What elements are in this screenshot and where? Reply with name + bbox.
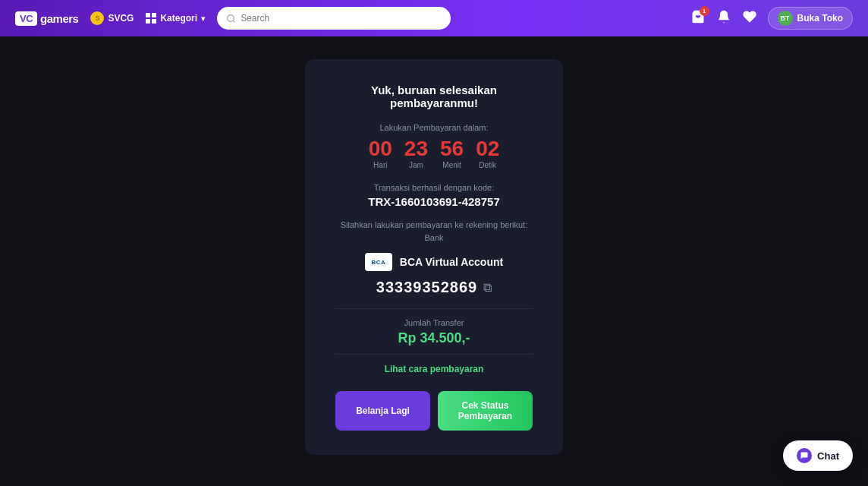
- chat-icon: [797, 448, 812, 463]
- cart-icon-wrap[interactable]: 1: [690, 9, 706, 27]
- message-icon: [800, 451, 809, 460]
- bell-icon: [716, 9, 731, 24]
- payment-card: Yuk, buruan selesaikan pembayaranmu! Lak…: [305, 59, 563, 455]
- svcg-badge[interactable]: S SVCG: [90, 11, 134, 25]
- chevron-down-icon: ▾: [201, 14, 205, 23]
- bca-logo: BCA: [365, 253, 392, 271]
- search-input[interactable]: [241, 13, 442, 24]
- account-row: 33339352869 ⧉: [376, 279, 492, 296]
- timer-menit: 56 Menit: [440, 138, 464, 169]
- kategori-label: Kategori: [160, 13, 197, 24]
- transfer-amount: Rp 34.500,-: [398, 330, 470, 346]
- timer-menit-label: Menit: [442, 161, 461, 169]
- divider-2: [335, 354, 533, 355]
- account-number: 33339352869: [376, 279, 477, 296]
- nav-icons: 1 BT Buka Toko: [690, 7, 853, 30]
- timer-jam-label: Jam: [409, 161, 423, 169]
- trx-code: TRX-1660103691-428757: [368, 195, 499, 208]
- cart-badge: 1: [700, 6, 709, 16]
- btn-row: Belanja Lagi Cek Status Pembayaran: [335, 391, 533, 431]
- payment-info-line1: Silahkan lakukan pembayaran ke rekening …: [341, 219, 527, 232]
- timer-detik-value: 02: [476, 138, 499, 159]
- svcg-coin-icon: S: [90, 11, 104, 25]
- logo-text: gamers: [40, 12, 78, 25]
- timer-menit-value: 56: [440, 138, 464, 159]
- main-content: Yuk, buruan selesaikan pembayaranmu! Lak…: [0, 36, 868, 478]
- chat-button[interactable]: Chat: [783, 440, 853, 471]
- search-icon: [226, 14, 236, 24]
- timer-row: 00 Hari 23 Jam 56 Menit 02 Detik: [369, 138, 500, 169]
- bank-name: BCA Virtual Account: [400, 256, 503, 268]
- belanja-lagi-button[interactable]: Belanja Lagi: [335, 391, 430, 431]
- timer-hari: 00 Hari: [369, 138, 392, 169]
- payment-info: Silahkan lakukan pembayaran ke rekening …: [341, 219, 527, 244]
- bank-row: BCA BCA Virtual Account: [365, 253, 503, 271]
- payment-info-line2: Bank: [341, 232, 527, 245]
- timer-jam-value: 23: [404, 138, 428, 159]
- copy-icon[interactable]: ⧉: [483, 281, 492, 295]
- timer-label: Lakukan Pembayaran dalam:: [379, 123, 488, 132]
- grid-icon: [146, 13, 156, 24]
- navbar: VC gamers S SVCG Kategori ▾ 1: [0, 0, 868, 36]
- logo-box: VC: [15, 11, 37, 26]
- timer-jam: 23 Jam: [404, 138, 428, 169]
- kategori-button[interactable]: Kategori ▾: [146, 13, 205, 24]
- timer-detik: 02 Detik: [476, 138, 499, 169]
- search-bar[interactable]: [217, 7, 451, 30]
- timer-hari-value: 00: [369, 138, 392, 159]
- trx-label: Transaksi berhasil dengan kode:: [374, 183, 495, 192]
- buka-toko-label: Buka Toko: [797, 13, 843, 24]
- notification-icon-wrap[interactable]: [716, 9, 731, 27]
- heart-icon: [742, 9, 757, 24]
- buka-toko-button[interactable]: BT Buka Toko: [768, 7, 853, 30]
- chat-label: Chat: [817, 450, 839, 462]
- card-title: Yuk, buruan selesaikan pembayaranmu!: [335, 84, 533, 109]
- svg-line-1: [233, 21, 234, 22]
- store-avatar: BT: [778, 11, 793, 26]
- timer-detik-label: Detik: [479, 161, 496, 169]
- logo[interactable]: VC gamers: [15, 11, 78, 26]
- divider-1: [335, 308, 533, 309]
- lihat-cara-link[interactable]: Lihat cara pembayaran: [385, 364, 484, 374]
- wishlist-icon-wrap[interactable]: [742, 9, 757, 27]
- svg-point-0: [228, 14, 234, 21]
- transfer-label: Jumlah Transfer: [404, 318, 464, 327]
- svcg-label: SVCG: [108, 13, 134, 24]
- timer-hari-label: Hari: [373, 161, 387, 169]
- cek-status-button[interactable]: Cek Status Pembayaran: [438, 391, 533, 431]
